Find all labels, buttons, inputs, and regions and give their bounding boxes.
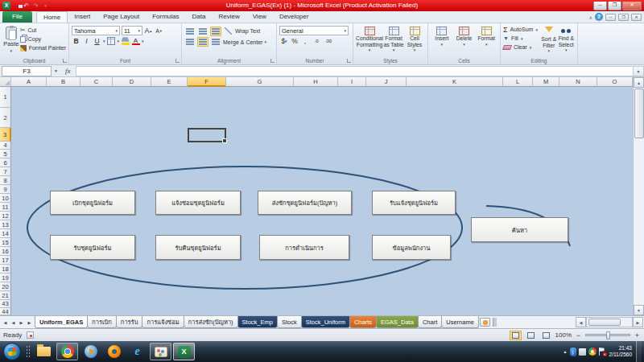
button-send-wash-uniform[interactable]: ส่งซักชุดยูนิฟอร์ม(ปัญหา) — [258, 191, 352, 215]
sheet-tab-chart[interactable]: Chart — [418, 316, 442, 328]
page-layout-view-button[interactable] — [525, 331, 537, 340]
vertical-scroll-thumb[interactable] — [634, 88, 644, 138]
zoom-level[interactable]: 100% — [555, 331, 572, 339]
bluetooth-icon[interactable]: ᛒ — [570, 348, 576, 356]
row-header[interactable]: 6 — [0, 158, 11, 167]
save-button[interactable] — [13, 2, 20, 10]
horizontal-scrollbar[interactable]: ◀ ▶ — [576, 316, 644, 328]
show-hidden-icons[interactable]: ▲ — [564, 349, 568, 354]
accounting-format-button[interactable]: $▾ — [281, 36, 287, 46]
align-top-button[interactable] — [184, 27, 196, 36]
tray-chrome-icon[interactable] — [588, 348, 597, 356]
column-header-i[interactable]: I — [338, 77, 366, 87]
fill-color-button[interactable] — [121, 36, 130, 46]
expand-formula-bar-icon[interactable]: ▼ — [633, 66, 644, 76]
first-sheet-icon[interactable]: ◀ — [2, 320, 9, 325]
tab-view[interactable]: View — [246, 11, 273, 23]
borders-dropdown-icon[interactable]: ▾ — [118, 39, 120, 43]
workbook-close-button[interactable]: ✕ — [631, 14, 642, 21]
number-format-select[interactable]: General▾ — [279, 26, 349, 35]
button-report-repair-uniform[interactable]: แจ้งซ่อมชุดยูนิฟอร์ม — [155, 191, 241, 215]
button-operations[interactable]: การดำเนินการ — [259, 235, 349, 260]
show-desktop-button[interactable] — [636, 341, 642, 362]
tab-data[interactable]: Data — [186, 11, 213, 23]
font-color-button[interactable]: A — [131, 36, 140, 46]
row-header[interactable]: 44 — [0, 308, 11, 315]
delete-cells-button[interactable]: Delete ▾ — [453, 25, 476, 56]
row-header[interactable]: 4 — [0, 142, 11, 150]
number-dialog-launcher[interactable] — [347, 59, 351, 63]
workbook-minimize-button[interactable]: ─ — [605, 14, 616, 21]
cell-styles-button[interactable]: Cell Styles ▾ — [404, 25, 425, 56]
qat-dropdown-icon[interactable]: ▾ — [42, 2, 49, 10]
row-header[interactable]: 21 — [0, 291, 11, 300]
scroll-right-icon[interactable]: ▶ — [633, 317, 643, 327]
fill-button[interactable]: ▼Fill▾ — [503, 34, 540, 43]
name-box[interactable]: F3 — [2, 66, 52, 76]
formula-input[interactable] — [76, 66, 634, 76]
close-button[interactable]: ✕ — [622, 2, 642, 10]
column-header-n[interactable]: N — [559, 77, 597, 87]
redo-button[interactable]: ↷ — [32, 2, 39, 10]
column-header-e[interactable]: E — [151, 77, 188, 87]
grow-font-button[interactable]: A▲ — [144, 26, 153, 35]
autosum-button[interactable]: ΣAutoSum▾ — [503, 25, 540, 34]
sheet-tab-repair[interactable]: การแจ้งซ่อม — [142, 316, 184, 328]
shrink-font-button[interactable]: A▼ — [155, 26, 163, 35]
row-header[interactable]: 2 — [0, 108, 11, 128]
column-header-l[interactable]: L — [503, 77, 533, 87]
font-color-dropdown-icon[interactable]: ▾ — [142, 39, 144, 43]
insert-cells-button[interactable]: Insert ▾ — [431, 25, 453, 56]
help-icon[interactable]: ? — [595, 13, 603, 21]
taskbar-paint-button[interactable] — [150, 343, 171, 360]
button-employee-data[interactable]: ข้อมูลพนักงาน — [372, 235, 451, 260]
taskbar-clock[interactable]: 21:43 2/11/2560 — [608, 345, 634, 358]
underline-button[interactable]: U — [93, 36, 101, 46]
row-header[interactable]: 11 — [0, 203, 11, 212]
align-left-button[interactable] — [184, 37, 196, 47]
tab-developer[interactable]: Developer — [273, 11, 315, 23]
row-header[interactable]: 7 — [0, 167, 11, 176]
start-button[interactable] — [3, 343, 21, 360]
taskbar-explorer-button[interactable] — [33, 343, 55, 360]
font-dialog-launcher[interactable] — [175, 59, 180, 63]
clipboard-dialog-launcher[interactable] — [63, 59, 67, 63]
sheet-tab-stock[interactable]: Stock — [277, 316, 302, 328]
row-header[interactable]: 8 — [0, 176, 11, 185]
column-header-c[interactable]: C — [80, 77, 113, 87]
button-search[interactable]: ค้นหา — [471, 217, 568, 242]
format-as-table-button[interactable]: Format as Table ▾ — [383, 25, 404, 56]
taskbar-excel-button[interactable]: X — [173, 343, 195, 360]
sheet-tab-receiving[interactable]: การรับ — [116, 316, 143, 328]
undo-button[interactable]: ↶ — [23, 2, 30, 10]
font-size-select[interactable]: 11▾ — [122, 26, 142, 35]
vertical-scrollbar[interactable]: ▲ ▼ — [633, 77, 644, 315]
zoom-in-button[interactable]: + — [634, 331, 641, 339]
zoom-slider-thumb[interactable] — [606, 331, 610, 339]
restore-button[interactable]: ❐ — [608, 2, 621, 10]
merge-dropdown-icon[interactable]: ▾ — [264, 39, 266, 44]
percent-style-button[interactable]: % — [291, 36, 298, 46]
tray-utility-icon[interactable] — [579, 348, 586, 356]
button-withdraw-uniform[interactable]: เบิกชุดยูนิฟอร์ม — [50, 191, 135, 215]
taskbar-chrome-button[interactable] — [56, 343, 78, 360]
next-sheet-icon[interactable]: ▶ — [18, 320, 25, 325]
align-middle-button[interactable] — [197, 27, 208, 36]
collapse-ribbon-icon[interactable]: ∧ — [589, 14, 592, 20]
wrap-text-button[interactable]: Wrap Text — [235, 28, 260, 34]
sheet-tab-wash[interactable]: การส่งซัก(ปัญหา) — [184, 316, 238, 328]
column-header-b[interactable]: B — [47, 77, 80, 87]
column-header-h[interactable]: H — [294, 77, 338, 87]
italic-button[interactable]: I — [82, 36, 91, 46]
row-header[interactable]: 16 — [0, 247, 11, 256]
align-bottom-button[interactable] — [210, 27, 221, 36]
row-header[interactable]: 14 — [0, 229, 11, 238]
select-all-corner[interactable] — [0, 77, 11, 87]
cut-button[interactable]: ✂Cut — [20, 26, 66, 35]
row-header[interactable]: 12 — [0, 212, 11, 220]
conditional-formatting-button[interactable]: Conditional Formatting ▾ — [356, 25, 383, 56]
scroll-left-icon[interactable]: ◀ — [576, 317, 586, 327]
row-header[interactable]: 18 — [0, 265, 11, 274]
button-return-uniform[interactable]: รับคืนชุดยูนิฟอร์ม — [155, 235, 241, 260]
row-header[interactable]: 17 — [0, 256, 11, 265]
